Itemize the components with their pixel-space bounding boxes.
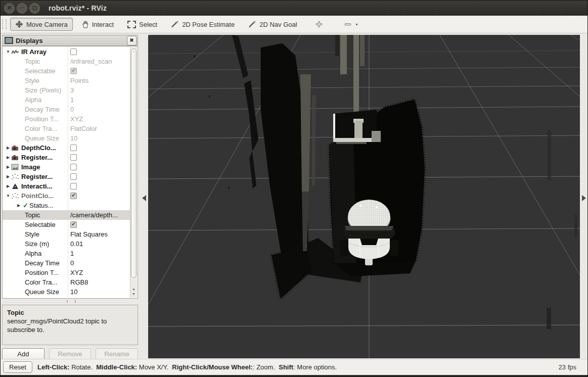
tree-row-property[interactable]: StylePoints	[3, 76, 131, 85]
tree-row-interactive-markers[interactable]: ▶ Interacti...	[3, 181, 131, 191]
help-text: Move X/Y.	[137, 363, 172, 371]
nav-goal-tool[interactable]: 2D Nav Goal	[243, 18, 302, 31]
tree-row-property[interactable]: Queue Size10	[3, 287, 131, 297]
tree-row-property[interactable]: Position T...XYZ	[3, 268, 131, 277]
pose-estimate-tool[interactable]: 2D Pose Estimate	[166, 18, 240, 31]
tree-row-property[interactable]: Queue Size10	[3, 133, 131, 143]
tree-row-ir-array[interactable]: ▼ IR Array	[3, 47, 131, 57]
tree-row-property[interactable]: Alpha1	[3, 95, 131, 105]
visibility-checkbox[interactable]	[70, 49, 77, 55]
tree-row-property[interactable]: Selectable	[3, 220, 131, 229]
tool-label: Interact	[92, 21, 114, 28]
pointcloud-dots-icon	[11, 193, 19, 199]
depth-camera-icon	[11, 154, 19, 161]
add-tool-button[interactable]	[310, 18, 328, 31]
tree-row-property[interactable]: Position T...XYZ	[3, 114, 131, 124]
fps-counter: 23 fps	[559, 363, 576, 371]
toolbar-grip-handle[interactable]	[2, 19, 7, 29]
panel-close-icon[interactable]: ✖	[127, 36, 137, 45]
expander-icon[interactable]: ▶	[5, 165, 11, 169]
tree-row-property[interactable]: Topic/infrared_scan	[3, 57, 131, 66]
tool-label: 2D Pose Estimate	[182, 21, 235, 28]
selectable-checkbox[interactable]	[70, 68, 77, 74]
move-camera-tool[interactable]: Move Camera	[10, 18, 73, 31]
tree-row-registered-pointcloud[interactable]: ▶ Register...	[3, 172, 131, 181]
expander-icon[interactable]: ▶	[5, 146, 11, 150]
select-tool[interactable]: Select	[122, 18, 162, 31]
tree-row-property[interactable]: Decay Time0	[3, 105, 131, 114]
scrollbar-thumb[interactable]	[131, 49, 137, 278]
help-text: : More options.	[293, 363, 337, 371]
tree-row-property[interactable]: Alpha1	[3, 249, 131, 258]
remove-tool-button[interactable]: ▾	[339, 18, 363, 31]
expander-icon[interactable]: ▼	[5, 50, 11, 54]
visibility-checkbox[interactable]	[70, 164, 77, 170]
tree-row-image[interactable]: ▶ Image	[3, 162, 131, 172]
help-text: Right-Click/Mouse Wheel:	[172, 363, 253, 371]
goal-arrow-icon	[248, 20, 256, 28]
visibility-checkbox[interactable]	[70, 173, 77, 180]
minus-icon	[344, 20, 352, 28]
tree-row-property[interactable]: Decay Time0	[3, 258, 131, 268]
window-title: robot.rviz* - RViz	[49, 4, 107, 12]
expander-icon[interactable]: ▶	[5, 184, 11, 188]
expander-icon[interactable]: ▶	[16, 203, 22, 208]
display-name: IR Array	[21, 48, 47, 56]
scroll-down-icon[interactable]: ▼	[131, 292, 136, 296]
reset-button[interactable]: Reset	[3, 361, 32, 373]
rviz-window: ✕ ─ ◻ robot.rviz* - RViz Move Camera Int…	[0, 0, 588, 377]
expander-icon[interactable]: ▶	[5, 174, 11, 179]
tree-row-topic-selected[interactable]: Topic/camera/depth...	[3, 210, 131, 220]
displays-tree: ▼ IR Array Topic/infrared_scan Selectabl…	[2, 46, 138, 299]
hand-icon	[81, 20, 89, 28]
visibility-checkbox[interactable]	[70, 193, 77, 199]
tree-row-property[interactable]: Color Tra...FlatColor	[3, 124, 131, 133]
tree-row-registered-depthcloud[interactable]: ▶ Register...	[3, 153, 131, 162]
titlebar: ✕ ─ ◻ robot.rviz* - RViz	[1, 1, 587, 16]
tree-row-property[interactable]: Color Tra...RGB8	[3, 277, 131, 287]
minimize-window-icon[interactable]: ─	[17, 3, 27, 14]
statusbar: Reset Left-Click: Rotate. Middle-Click: …	[1, 359, 587, 375]
visibility-checkbox[interactable]	[70, 154, 77, 161]
tree-row-status[interactable]: ▶ ✓ Status...	[3, 201, 131, 210]
interact-tool[interactable]: Interact	[76, 18, 119, 31]
scroll-up-icon[interactable]: ▲	[131, 287, 136, 291]
image-icon	[11, 164, 19, 170]
expander-icon[interactable]: ▶	[5, 155, 11, 160]
panel-splitter-handle[interactable]	[67, 300, 76, 303]
tree-row-property[interactable]: Size (Pixels)3	[3, 85, 131, 95]
depth-camera-icon	[11, 145, 19, 151]
visibility-checkbox[interactable]	[70, 145, 77, 151]
selection-box-icon	[127, 21, 136, 28]
pointcloud-dots-icon	[11, 173, 19, 180]
collapse-right-panel-icon[interactable]	[582, 195, 586, 201]
toolbar: Move Camera Interact Select 2D Pose Esti…	[1, 16, 587, 33]
close-window-icon[interactable]: ✕	[4, 3, 15, 14]
tree-row-pointcloud2[interactable]: ▼ PointClo...	[3, 191, 131, 201]
window-bottom-edge	[1, 375, 587, 376]
tree-row-property[interactable]: Selectable	[3, 66, 131, 76]
selectable-checkbox[interactable]	[70, 221, 77, 228]
collapse-left-panel-icon[interactable]	[142, 195, 146, 201]
chevron-down-icon: ▾	[356, 22, 358, 27]
property-description-box: Topic sensor_msgs/PointCloud2 topic to s…	[2, 305, 138, 345]
help-text: Rotate.	[70, 363, 97, 371]
display-panel-icon	[5, 37, 13, 44]
tree-scrollbar[interactable]: ▲ ▼	[130, 47, 137, 298]
visibility-checkbox[interactable]	[70, 183, 77, 190]
displays-panel: Displays ✖ ▼ IR Array Topic/infrared_sca…	[2, 34, 138, 361]
render-viewport[interactable]	[148, 35, 580, 358]
help-text: : Zoom.	[253, 363, 279, 371]
tool-label: Move Camera	[26, 21, 68, 28]
help-text: Left-Click:	[37, 363, 70, 371]
status-ok-check-icon: ✓	[22, 202, 29, 209]
plus-icon	[315, 20, 323, 28]
expander-icon[interactable]: ▼	[5, 194, 11, 198]
tree-row-property[interactable]: Size (m)0.01	[3, 239, 131, 249]
3d-view	[148, 35, 580, 358]
tree-row-property[interactable]: StyleFlat Squares	[3, 229, 131, 239]
maximize-window-icon[interactable]: ◻	[29, 3, 40, 14]
displays-panel-header[interactable]: Displays ✖	[2, 35, 138, 46]
description-title: Topic	[7, 308, 133, 317]
tree-row-depthcloud[interactable]: ▶ DepthClo...	[3, 143, 131, 153]
